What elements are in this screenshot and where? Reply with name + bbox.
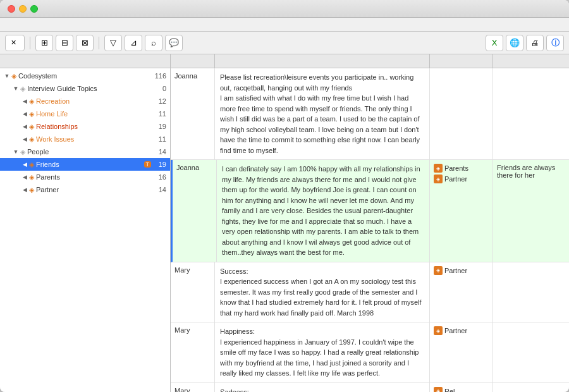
tree-item-recreation[interactable]: ◀ ◈ Recreation 12 [0, 95, 170, 107]
print-button[interactable]: 🖨 [526, 35, 544, 51]
code-label: Partner [444, 327, 467, 334]
maximize-button[interactable] [30, 5, 38, 13]
info-button[interactable]: ⓘ [546, 35, 564, 51]
tree-count: 14 [154, 148, 166, 156]
code-tag: ◈ Partner [434, 326, 489, 335]
table-row[interactable]: Mary Sadness: ◈ Rel... [171, 383, 569, 393]
tree-label: Recreation [36, 97, 154, 105]
left-panel-header [0, 54, 170, 68]
row-dokument: Mary [171, 383, 215, 393]
separator-1 [30, 37, 30, 49]
code-tag: ◈ Rel... [434, 387, 489, 393]
tree-icon: ◈ [29, 186, 34, 194]
row-codings: Sadness: [215, 383, 430, 393]
tree-count: 16 [154, 173, 166, 181]
tree-item-work-issues[interactable]: ◀ ◈ Work Issues 11 [0, 133, 170, 145]
table-body[interactable]: Joanna Please list recreation\leisure ev… [171, 68, 569, 392]
table-row[interactable]: Joanna Please list recreation\leisure ev… [171, 68, 569, 160]
tree-arrow: ◀ [20, 187, 29, 193]
web-button[interactable]: 🌐 [506, 35, 523, 51]
tree-icon: ◈ [20, 148, 25, 156]
row-codings: I can definately say I am 100% happy wit… [217, 160, 430, 262]
table-row[interactable]: Mary Happiness:I experienced happiness i… [171, 322, 569, 383]
row-kommentar [493, 383, 569, 393]
funnel-button[interactable]: ⊿ [125, 35, 142, 51]
tree-arrow: ◀ [20, 161, 29, 168]
tree-count: 19 [154, 123, 166, 130]
tree-count: 116 [154, 72, 166, 80]
tree-item-parents[interactable]: ◀ ◈ Parents 16 [0, 171, 170, 183]
row-codes: ◈ Rel... [430, 383, 493, 393]
code-tag: ◈ Parents [434, 164, 489, 173]
tree-label: Work Issues [36, 135, 154, 143]
beenden-icon: ✕ [11, 39, 16, 47]
row-codes: ◈ Partner [430, 262, 493, 322]
right-panel: Joanna Please list recreation\leisure ev… [171, 54, 569, 392]
tree-arrow: ◀ [20, 174, 29, 180]
code-icon: ◈ [434, 387, 443, 393]
tree-arrow: ▼ [11, 149, 20, 155]
tree-item-people[interactable]: ▼ ◈ People 14 [0, 145, 170, 158]
export-button[interactable]: ⊠ [76, 35, 94, 51]
table-row[interactable]: Mary Success:I experienced success when … [171, 262, 569, 323]
traffic-lights [8, 5, 38, 13]
main-window: ✕ ⊞ ⊟ ⊠ ▽ ⊿ ⌕ 💬 X 🌐 🖨 ⓘ ▼ [0, 0, 569, 392]
col-header-kommentar [493, 54, 569, 68]
row-dokument: Mary [171, 262, 215, 322]
separator-2 [99, 37, 99, 49]
row-codes: ◈ Parents ◈ Partner [430, 160, 493, 262]
row-kommentar [493, 322, 569, 383]
tree-content: ▼ ◈ Codesystem 116 ▼ ◈ Interview Guide T… [0, 68, 170, 392]
comment-button[interactable]: 💬 [165, 35, 183, 51]
close-button[interactable] [8, 5, 15, 13]
toolbar: ✕ ⊞ ⊟ ⊠ ▽ ⊿ ⌕ 💬 X 🌐 🖨 ⓘ [0, 32, 569, 54]
tree-icon: ◈ [29, 135, 34, 144]
code-label: Rel... [444, 388, 461, 393]
tree-label: Relationships [36, 123, 154, 130]
table-header [171, 54, 569, 68]
minimize-button[interactable] [19, 5, 27, 13]
tree-badge: T [144, 161, 152, 168]
code-icon: ◈ [434, 164, 443, 173]
search-button[interactable]: ⌕ [145, 35, 162, 51]
row-dokument: Joanna [173, 160, 217, 262]
row-kommentar [493, 262, 569, 322]
tree-item-partner[interactable]: ◀ ◈ Partner 14 [0, 183, 170, 196]
tree-label: Home Life [36, 110, 154, 118]
tree-item-home-life[interactable]: ◀ ◈ Home Life 11 [0, 107, 170, 120]
excel-button[interactable]: X [486, 35, 503, 51]
tree-item-relationships[interactable]: ◀ ◈ Relationships 19 [0, 120, 170, 133]
title-bar [0, 0, 569, 18]
main-content: ▼ ◈ Codesystem 116 ▼ ◈ Interview Guide T… [0, 54, 569, 392]
tree-item-interview-guide-topics[interactable]: ▼ ◈ Interview Guide Topics 0 [0, 82, 170, 95]
filter-button[interactable]: ⊞ [35, 35, 53, 51]
tree-label: People [27, 148, 154, 156]
tree-icon: ◈ [20, 85, 25, 93]
tree-item-friends[interactable]: ◀ ◈ Friends T 19 [0, 158, 170, 171]
code-tag: ◈ Partner [434, 266, 489, 275]
row-codes [430, 68, 493, 159]
tree-arrow: ◀ [20, 98, 29, 104]
tree-icon: ◈ [11, 72, 16, 80]
tree-icon: ◈ [29, 97, 34, 106]
tree-count: 14 [154, 186, 166, 193]
tree-item-codesystem[interactable]: ▼ ◈ Codesystem 116 [0, 70, 170, 82]
table-row[interactable]: Joanna I can definately say I am 100% ha… [171, 160, 569, 262]
subtitle-bar [0, 18, 569, 32]
row-dokument: Joanna [171, 68, 215, 159]
tree-icon: ◈ [29, 173, 34, 181]
col-header-codings [215, 54, 430, 68]
code-label: Partner [444, 175, 467, 183]
row-codings: Happiness:I experienced happiness in Jan… [215, 322, 430, 383]
tree-count: 11 [154, 110, 166, 118]
tree-arrow: ▼ [3, 73, 11, 79]
filter2-button[interactable]: ▽ [104, 35, 122, 51]
row-codes: ◈ Partner [430, 322, 493, 383]
tree-arrow: ▼ [11, 85, 20, 92]
code-icon: ◈ [434, 175, 443, 183]
beenden-button[interactable]: ✕ [5, 35, 25, 51]
toolbar-right: X 🌐 🖨 ⓘ [486, 35, 564, 51]
col-header-dokument [171, 54, 215, 68]
grid-button[interactable]: ⊟ [56, 35, 73, 51]
row-codings: Success:I experienced success when I got… [215, 262, 430, 322]
